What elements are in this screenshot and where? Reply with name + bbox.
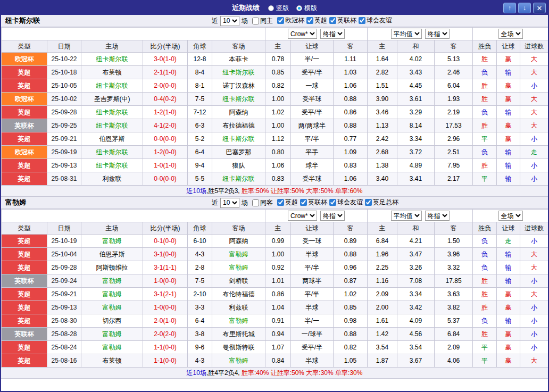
average-select[interactable]: 平均值 [391,211,422,221]
avg-home-odds: 1.87 [368,354,397,368]
avg-away-odds: 6.84 [435,328,473,341]
league-checkbox[interactable] [329,17,336,24]
match-row: 英超25-09-13富勒姆1-0(0-0)3-3利兹联1.04半球0.852.0… [2,301,548,314]
bookmaker-stage-select[interactable]: 终指 [320,29,345,39]
move-up-button[interactable]: ↑ [503,3,516,13]
goals-result: 小 [520,301,548,314]
match-score: 3-1(2-1) [143,288,188,301]
avg-away-odds: 5.37 [435,314,473,328]
odds-dropdown-cell: 平均值终指 [368,28,473,40]
league-checkbox[interactable] [277,17,284,24]
match-row: 英超25-10-18布莱顿2-1(1-0)8-4纽卡斯尔联0.85受平/半1.0… [2,66,548,79]
avg-away-odds: 3.32 [435,261,473,274]
league-filter[interactable]: 英足总杯 [365,198,398,207]
same-venue-label: 同主 [260,16,273,26]
league-filter[interactable]: 球会友谊 [329,198,363,207]
goals-result: 小 [520,159,548,172]
bookmaker-select[interactable]: Crow* [288,211,317,221]
match-date: 25-10-22 [47,53,81,66]
goals-result: 小 [520,172,548,186]
league-badge: 英联杯 [2,274,47,288]
goals-result: 小 [520,314,548,328]
corners: 12-8 [188,53,212,66]
league-checkbox[interactable] [329,199,336,206]
match-row: 英联杯25-08-28富勒姆2-0(2-0)3-8布里斯托城0.94一/球半0.… [2,328,548,341]
bookmaker-stage-select[interactable]: 终指 [320,211,345,221]
league-checkbox[interactable] [359,17,365,24]
average-stage-select[interactable]: 终指 [425,29,450,39]
odds-dropdown-cell: 全场 [473,28,548,40]
avg-away-odds: 4.06 [435,354,473,368]
same-venue-filter[interactable]: 同客 [252,198,273,207]
league-filter[interactable]: 英联杯 [329,16,356,25]
handicap-result: 赢 [497,93,520,106]
avg-away-odds: 2.46 [435,66,473,79]
goals-result: 大 [520,288,548,301]
same-venue-checkbox[interactable] [252,18,259,24]
avg-home-odds: 1.64 [368,53,397,66]
away-odds: 0.87 [334,274,368,288]
match-score: 4-1(2-0) [143,119,188,132]
league-filter[interactable]: 球会友谊 [359,16,392,25]
vertical-layout-radio[interactable]: 竖版 [268,4,289,13]
column-header: 客 [435,222,473,235]
league-filter[interactable]: 英超 [277,198,298,207]
home-odds: 0.82 [265,79,291,93]
match-date: 25-09-24 [47,274,81,288]
same-venue-checkbox[interactable] [252,199,259,206]
average-stage-select[interactable]: 终指 [425,211,450,221]
league-badge: 欧冠杯 [2,146,47,159]
corners: 2-8 [188,261,212,274]
match-date: 25-10-18 [47,66,81,79]
column-header: 让球 [291,222,334,235]
column-header: 主 [265,40,291,53]
league-filter[interactable]: 英超 [306,16,327,25]
column-header: 主 [368,222,397,235]
home-odds: 0.83 [265,172,291,186]
radio-selected-dot [298,7,301,10]
goals-result: 大 [520,119,548,132]
handicap-result: 赢 [497,301,520,314]
close-button[interactable]: ✕ [533,3,546,13]
match-row: 英超25-08-16布莱顿1-1(0-0)4-3富勒姆0.84半球1.051.8… [2,354,548,368]
league-filter[interactable]: 欧冠杯 [277,16,304,25]
radio-label: 竖版 [276,4,289,13]
match-count-select[interactable]: 10 [220,198,239,208]
radio-dot-icon [268,5,274,11]
same-venue-filter[interactable]: 同主 [252,16,273,26]
summary-segment: 让胜率:50% [271,187,306,196]
summary-segment: ,胜5平2负3, [206,187,242,196]
move-down-button[interactable]: ↓ [518,3,531,13]
avg-draw-odds: 3.43 [397,66,435,79]
average-select[interactable]: 平均值 [391,29,422,39]
match-row: 英超25-08-31利兹联0-0(0-0)5-5纽卡斯尔联0.83受半球1.06… [2,172,548,186]
home-odds: 0.99 [265,235,291,248]
league-checkbox[interactable] [365,199,372,206]
league-checkbox[interactable] [306,17,313,24]
matches-table: Crow*终指平均值终指全场类型日期主场比分(半场)角球客场主让球客主和客胜负让… [1,27,548,186]
match-count-select[interactable]: 10 [220,16,239,26]
match-result: 胜 [473,93,497,106]
home-team: 布莱顿 [81,66,143,79]
match-row: 英超25-08-30切尔西2-0(1-0)6-4富勒姆0.91半/一0.981.… [2,314,548,328]
avg-draw-odds: 3.34 [397,132,435,146]
away-team: 纽卡斯尔联 [212,132,265,146]
bookmaker-select[interactable]: Crow* [288,29,317,39]
match-result: 平 [473,354,497,368]
home-team: 富勒姆 [81,235,143,248]
league-badge: 英超 [2,288,47,301]
scope-select[interactable]: 全场 [498,211,523,221]
horizontal-layout-radio[interactable]: 横版 [296,4,317,13]
league-checkbox[interactable] [300,199,307,206]
scope-select[interactable]: 全场 [498,29,523,39]
league-badge: 欧冠杯 [2,53,47,66]
league-checkbox[interactable] [277,199,284,206]
avg-draw-odds: 4.89 [397,159,435,172]
column-header: 角球 [188,222,212,235]
away-odds: 1.09 [334,146,368,159]
away-odds: 1.03 [334,66,368,79]
league-filter[interactable]: 英联杯 [300,198,327,207]
column-header: 主场 [81,222,143,235]
match-score: 1-1(0-0) [143,341,188,354]
league-badge: 英联杯 [2,119,47,132]
